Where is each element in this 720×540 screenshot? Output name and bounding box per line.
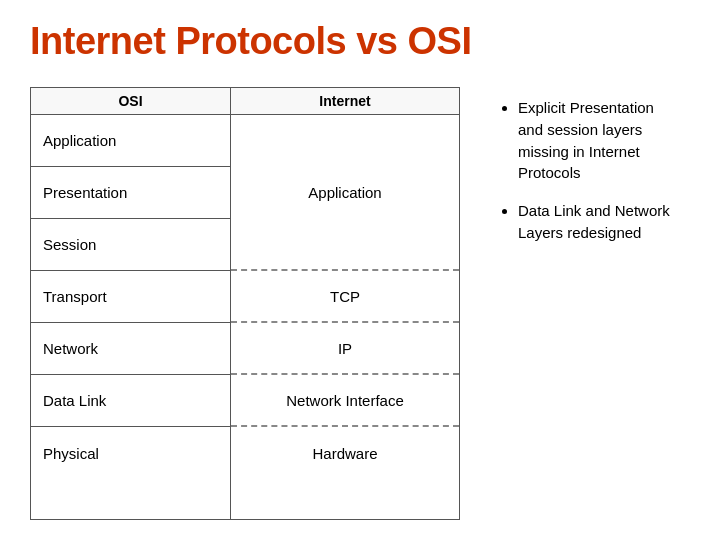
page-title: Internet Protocols vs OSI	[30, 20, 690, 63]
osi-transport: Transport	[31, 271, 230, 323]
page: Internet Protocols vs OSI OSI Internet A…	[0, 0, 720, 540]
osi-presentation: Presentation	[31, 167, 230, 219]
osi-datalink: Data Link	[31, 375, 230, 427]
internet-network-interface: Network Interface	[231, 375, 459, 427]
osi-column: Application Presentation Session Transpo…	[31, 115, 231, 519]
osi-application: Application	[31, 115, 230, 167]
internet-column: Application TCP IP Network Interface Har…	[231, 115, 459, 519]
osi-session: Session	[31, 219, 230, 271]
internet-hardware: Hardware	[231, 427, 459, 479]
bullet-2: Data Link and Network Layers redesigned	[518, 200, 680, 244]
osi-col-header: OSI	[31, 88, 231, 114]
bullet-1: Explicit Presentation and session layers…	[518, 97, 680, 184]
osi-physical: Physical	[31, 427, 230, 479]
content-area: OSI Internet Application Presentation Se…	[30, 87, 690, 520]
internet-col-header: Internet	[231, 88, 459, 114]
osi-network: Network	[31, 323, 230, 375]
bullets-section: Explicit Presentation and session layers…	[480, 87, 690, 520]
internet-application: Application	[231, 115, 459, 271]
internet-ip: IP	[231, 323, 459, 375]
internet-tcp: TCP	[231, 271, 459, 323]
